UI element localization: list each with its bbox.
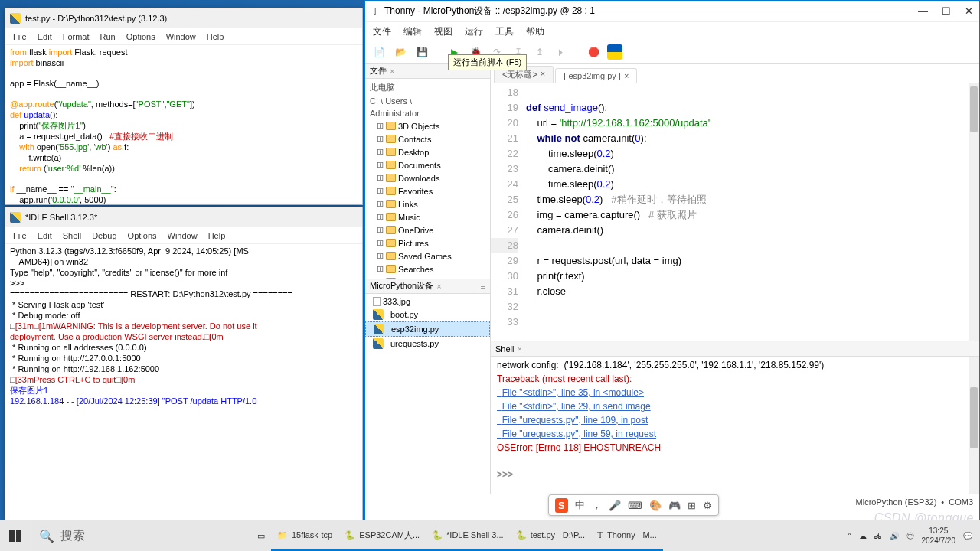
new-file-icon[interactable]: 📄 (371, 44, 387, 60)
menu-help[interactable]: 帮助 (526, 25, 544, 38)
folder-item[interactable]: ⊞Downloads (365, 171, 490, 184)
menu-help[interactable]: Help (208, 231, 226, 240)
traceback-link[interactable]: File "<stdin>", line 29, in send image (497, 401, 651, 412)
window-titlebar[interactable]: 𝕋 Thonny - MicroPython设备 :: /esp32img.py… (365, 1, 979, 22)
window-titlebar[interactable]: test.py - D:\Python312\test.py (3.12.3) (5, 8, 362, 28)
window-titlebar[interactable]: *IDLE Shell 3.12.3* (5, 207, 362, 227)
resume-icon[interactable]: ⏵ (554, 44, 569, 60)
ime-app-icon[interactable]: ⊞ (688, 500, 696, 511)
folder-item[interactable]: ⊞OneDrive (365, 223, 490, 236)
tray-notifications-icon[interactable]: 💬 (963, 532, 972, 540)
folder-item[interactable]: ⊞Contacts (365, 132, 490, 145)
backend-indicator[interactable]: MicroPython (ESP32) (856, 497, 937, 507)
menu-options[interactable]: Options (128, 231, 157, 240)
tray-up-icon[interactable]: ˄ (848, 532, 851, 540)
shell-output[interactable]: Python 3.12.3 (tags/v3.12.3:f6650f9, Apr… (5, 244, 362, 409)
stop-icon[interactable]: 🛑 (586, 44, 601, 60)
close-pane-icon[interactable]: × (390, 67, 394, 76)
ime-logo-icon[interactable]: S (555, 498, 568, 513)
taskbar-app[interactable]: 🐍ESP32CAM人... (338, 520, 426, 551)
ime-voice-icon[interactable]: 🎤 (609, 500, 621, 511)
flag-icon[interactable] (607, 44, 622, 60)
menu-icon[interactable]: ≡ (481, 282, 485, 291)
menu-window[interactable]: Window (166, 32, 196, 41)
folder-item[interactable]: ⊞Links (365, 197, 490, 210)
tray-clock[interactable]: 13:252024/7/20 (922, 526, 956, 546)
task-view-button[interactable]: ▭ (251, 520, 271, 551)
path-segment[interactable]: C: \ Users \ (365, 95, 490, 107)
close-tab-icon[interactable]: × (624, 71, 629, 80)
minimize-button[interactable]: — (918, 5, 928, 17)
folder-item[interactable]: ⊞Desktop (365, 145, 490, 158)
start-button[interactable] (0, 520, 31, 551)
taskbar-app[interactable]: 📁15flask-tcp (271, 520, 338, 551)
taskbar-app[interactable]: 🐍test.py - D:\P... (510, 520, 591, 551)
path-segment[interactable]: Administrator (365, 107, 490, 119)
ime-skin-icon[interactable]: 🎨 (649, 500, 662, 511)
device-file-item[interactable]: boot.py (365, 308, 490, 321)
folder-item[interactable]: ⊞Saved Games (365, 249, 490, 262)
app-icon: 🐍 (432, 530, 443, 540)
code-content[interactable]: def send_image(): url = 'http://192.168.… (523, 83, 713, 341)
tray-onedrive-icon[interactable]: ☁ (859, 532, 867, 540)
menu-format[interactable]: Format (63, 32, 90, 41)
folder-item[interactable]: ⊞Searches (365, 262, 490, 276)
traceback-link[interactable]: File "urequests.py", line 109, in post (497, 415, 648, 425)
menu-edit[interactable]: 编辑 (403, 25, 422, 38)
traceback-link[interactable]: File "<stdin>", line 35, in <module> (497, 387, 644, 398)
menu-options[interactable]: Options (126, 32, 155, 41)
menu-file[interactable]: File (13, 32, 27, 41)
open-file-icon[interactable]: 📂 (393, 44, 408, 60)
port-indicator[interactable]: COM3 (949, 497, 973, 507)
run-tooltip: 运行当前脚本 (F5) (448, 54, 527, 70)
menu-tools[interactable]: 工具 (495, 25, 514, 38)
device-file-item[interactable]: urequests.py (365, 337, 490, 350)
maximize-button[interactable]: ☐ (942, 5, 951, 17)
editor-tab-active[interactable]: [ esp32img.py ]× (555, 68, 637, 83)
close-pane-icon[interactable]: × (517, 344, 521, 354)
ime-punct-button[interactable]: ， (592, 498, 602, 512)
save-icon[interactable]: 💾 (414, 44, 430, 60)
menu-file[interactable]: 文件 (373, 25, 391, 38)
ime-game-icon[interactable]: 🎮 (668, 500, 681, 511)
menu-shell[interactable]: Shell (63, 231, 81, 240)
ime-settings-icon[interactable]: ⚙ (703, 500, 712, 511)
menu-run[interactable]: 运行 (465, 25, 483, 38)
menu-file[interactable]: File (13, 231, 27, 240)
folder-item[interactable]: ⊞Music (365, 210, 490, 223)
device-file-item[interactable]: esp32img.py (365, 321, 490, 337)
code-editor[interactable]: 18192021222324252627282930313233 def sen… (491, 83, 979, 341)
menu-help[interactable]: Help (207, 32, 224, 41)
close-button[interactable]: ✕ (965, 5, 973, 17)
shell-scrollbar[interactable] (969, 357, 979, 494)
folder-item[interactable]: ⊞Favorites (365, 184, 490, 197)
folder-item[interactable]: ⊞Pictures (365, 236, 490, 249)
menu-debug[interactable]: Debug (92, 231, 116, 240)
menu-edit[interactable]: Edit (38, 32, 52, 41)
menu-edit[interactable]: Edit (38, 231, 52, 240)
device-file-item[interactable]: 333.jpg (365, 295, 490, 308)
close-tab-icon[interactable]: × (541, 69, 545, 80)
menu-window[interactable]: Window (168, 231, 198, 240)
menu-run[interactable]: Run (100, 32, 116, 41)
step-out-icon[interactable]: ↥ (532, 44, 547, 60)
taskbar-app[interactable]: 🐍*IDLE Shell 3... (426, 520, 510, 551)
traceback-link[interactable]: File "urequests.py", line 59, in request (497, 429, 656, 439)
device-files-tree[interactable]: 333.jpgboot.pyesp32img.pyurequests.py (365, 294, 490, 494)
taskbar-app[interactable]: 𝕋Thonny - M... (591, 520, 663, 551)
taskbar-search[interactable]: 🔍搜索 (31, 520, 251, 551)
tray-ime-icon[interactable]: ㊥ (906, 530, 914, 541)
folder-item[interactable]: ⊞3D Objects (365, 119, 490, 132)
local-files-tree[interactable]: 此电脑 C: \ Users \ Administrator ⊞3D Objec… (365, 79, 490, 279)
shell-output[interactable]: network config: ('192.168.1.184', '255.2… (491, 357, 979, 494)
tray-volume-icon[interactable]: 🔊 (890, 532, 899, 540)
editor-scrollbar[interactable] (969, 83, 979, 341)
folder-item[interactable]: ⊞Documents (365, 158, 490, 171)
ime-toolbar[interactable]: S 中 ， 🎤 ⌨ 🎨 🎮 ⊞ ⚙ (548, 494, 719, 516)
ime-keyboard-icon[interactable]: ⌨ (628, 500, 642, 511)
close-pane-icon[interactable]: × (436, 282, 441, 291)
code-editor[interactable]: from flask import Flask, request import … (5, 45, 362, 208)
ime-lang-button[interactable]: 中 (575, 498, 585, 512)
tray-network-icon[interactable]: 🖧 (874, 532, 882, 540)
menu-view[interactable]: 视图 (434, 25, 452, 38)
